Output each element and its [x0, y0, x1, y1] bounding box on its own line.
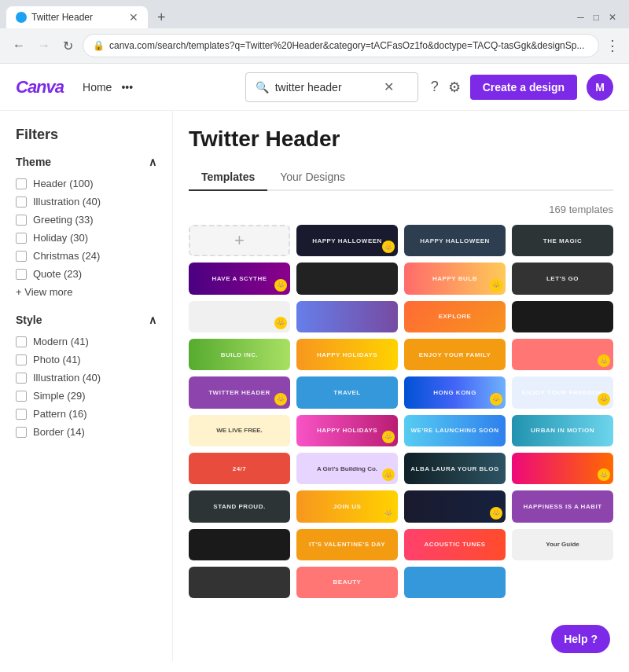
content-area: Twitter Header Templates Your Designs 16…	[173, 111, 629, 661]
filter-label: Greeting (33)	[33, 214, 94, 226]
filter-label: Simple (29)	[33, 390, 85, 402]
filter-checkbox[interactable]	[16, 269, 27, 280]
browser-chrome: Twitter Header ✕ + ─ □ ✕ ← → ↻ 🔒 canva.c…	[0, 0, 629, 64]
filter-label: Photo (41)	[33, 354, 81, 365]
nav-more-button[interactable]: •••	[121, 81, 133, 94]
template-card[interactable]: TWITTER HEADER 👑	[189, 376, 290, 408]
style-filter-item: Illustration (40)	[16, 372, 156, 384]
template-card[interactable]: BEAUTY	[296, 567, 398, 598]
template-card[interactable]: HAPPY HALLOWEEN 👑	[296, 225, 398, 256]
template-card[interactable]	[296, 263, 398, 294]
filter-checkbox[interactable]	[16, 354, 27, 365]
reload-button[interactable]: ↻	[60, 35, 76, 57]
template-card[interactable]: explore	[404, 301, 506, 332]
forward-button[interactable]: →	[35, 35, 53, 56]
template-card[interactable]	[296, 301, 398, 332]
template-card[interactable]: HAPPINESS IS A HABIT	[512, 490, 613, 522]
theme-collapse-icon: ∧	[149, 156, 156, 168]
avatar[interactable]: M	[587, 74, 613, 101]
template-card[interactable]: LET'S GO	[512, 263, 613, 294]
search-input[interactable]	[275, 81, 377, 94]
tab-your-designs[interactable]: Your Designs	[267, 164, 358, 191]
create-design-button[interactable]: Create a design	[470, 75, 577, 100]
template-card[interactable]	[189, 529, 290, 560]
theme-section-header[interactable]: Theme ∧	[16, 156, 156, 168]
template-card[interactable]: 24/7	[189, 453, 290, 484]
tab-title: Twitter Header	[31, 12, 124, 23]
crown-badge: 👑	[274, 317, 287, 329]
template-card[interactable]: 👑	[512, 339, 613, 370]
help-button[interactable]: ?	[431, 79, 439, 95]
template-card[interactable]: WE'RE LAUNCHING SOON	[404, 415, 506, 446]
template-card[interactable]: Acoustic Tunes	[404, 529, 506, 560]
tab-close-button[interactable]: ✕	[129, 11, 138, 24]
template-card[interactable]: ENJOY YOUR FREEDOM 👑	[512, 376, 613, 408]
template-card[interactable]: It's Valentine's Day	[296, 529, 398, 560]
template-card[interactable]: A Girl's Building Co. 👑	[296, 453, 398, 484]
filter-checkbox[interactable]	[16, 215, 27, 226]
template-card[interactable]: URBAN IN MOTION	[512, 415, 613, 446]
crown-badge: 👑	[274, 279, 287, 292]
template-card[interactable]	[189, 567, 290, 598]
canva-logo[interactable]: Canva	[16, 77, 64, 97]
template-card[interactable]	[512, 301, 613, 332]
filter-label: Christmas (24)	[33, 250, 100, 262]
template-card[interactable]: Your Guide	[512, 529, 613, 560]
filter-checkbox[interactable]	[16, 196, 27, 207]
template-card[interactable]: Happy Halloween	[404, 225, 506, 256]
maximize-button[interactable]: □	[594, 12, 599, 23]
back-button[interactable]: ←	[9, 35, 28, 56]
settings-button[interactable]: ⚙	[448, 79, 461, 96]
browser-menu-button[interactable]: ⋮	[605, 37, 620, 54]
theme-filter-section: Theme ∧ Header (100)Illustration (40)Gre…	[16, 156, 156, 298]
template-card[interactable]	[404, 567, 506, 598]
filter-checkbox[interactable]	[16, 251, 27, 262]
filter-checkbox[interactable]	[16, 427, 27, 438]
template-card[interactable]: 👑	[189, 301, 290, 332]
style-filter-item: Modern (41)	[16, 336, 156, 347]
filter-checkbox[interactable]	[16, 233, 27, 244]
search-box[interactable]: 🔍 ✕	[245, 72, 418, 102]
help-float-button[interactable]: Help ?	[551, 625, 610, 653]
minimize-button[interactable]: ─	[577, 12, 584, 23]
filter-checkbox[interactable]	[16, 336, 27, 347]
crown-badge: 👑	[490, 279, 502, 292]
template-card[interactable]: HAPPY HOLIDAYS	[296, 339, 398, 370]
filter-checkbox[interactable]	[16, 373, 27, 384]
template-card[interactable]: WE LIVE FREE.	[189, 415, 290, 446]
templates-count: 169 templates	[189, 204, 613, 215]
filter-checkbox[interactable]	[16, 391, 27, 402]
close-window-button[interactable]: ✕	[609, 12, 616, 23]
template-card[interactable]: Have a SCYTHE 👑	[189, 263, 290, 294]
template-card[interactable]: 👑	[404, 490, 506, 522]
theme-items-list: Header (100)Illustration (40)Greeting (3…	[16, 178, 156, 280]
url-box[interactable]: 🔒 canva.com/search/templates?q=Twitter%2…	[83, 34, 599, 57]
template-card[interactable]: alba laura your blog	[404, 453, 506, 484]
search-icon: 🔍	[256, 81, 269, 94]
search-clear-button[interactable]: ✕	[384, 79, 394, 94]
filter-label: Border (14)	[33, 426, 85, 438]
template-card[interactable]: HONG KONG 👑	[404, 376, 506, 408]
template-card[interactable]: ENJOY YOUR FAMILY	[404, 339, 506, 370]
view-more-button[interactable]: + View more	[16, 286, 156, 298]
nav-home-link[interactable]: Home	[83, 81, 112, 94]
filter-checkbox[interactable]	[16, 409, 27, 420]
template-card[interactable]: The Magic	[512, 225, 613, 256]
template-card[interactable]: Stand proud.	[189, 490, 290, 522]
page-title: Twitter Header	[189, 127, 613, 152]
tab-templates[interactable]: Templates	[189, 164, 267, 191]
template-card[interactable]: BUILD INC.	[189, 339, 290, 370]
crown-badge: 👑	[382, 431, 395, 443]
active-tab[interactable]: Twitter Header ✕	[6, 6, 148, 28]
template-card[interactable]: join us 👑	[296, 490, 398, 522]
crown-badge: 👑	[274, 393, 287, 406]
template-card[interactable]: Travel	[296, 376, 398, 408]
style-filter-item: Simple (29)	[16, 390, 156, 402]
template-card[interactable]: HAPPY HOLIDAYS 👑	[296, 415, 398, 446]
style-section-header[interactable]: Style ∧	[16, 314, 156, 326]
template-add-button[interactable]: +	[189, 225, 290, 256]
filter-checkbox[interactable]	[16, 178, 27, 189]
new-tab-button[interactable]: +	[151, 8, 172, 28]
template-card[interactable]: happy bulb 👑	[404, 263, 506, 294]
template-card[interactable]: 👑	[512, 453, 613, 484]
